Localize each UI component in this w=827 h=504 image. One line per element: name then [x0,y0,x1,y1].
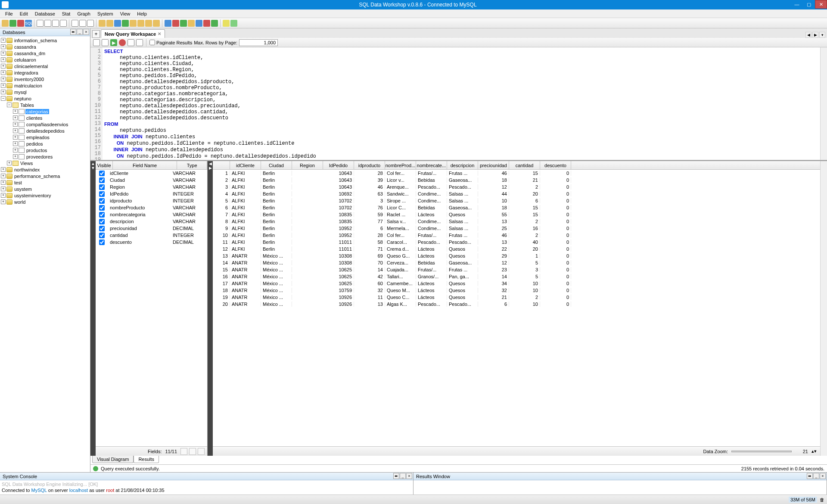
chart2-icon[interactable] [106,20,113,27]
chart4-icon[interactable] [122,20,129,27]
tree-node-empleados[interactable]: +empleados [1,134,89,140]
panel-dock-icon[interactable]: ⬌ [70,29,76,35]
chart5-icon[interactable] [130,20,137,27]
ff-icon1[interactable] [180,448,187,455]
field-visible-checkbox[interactable] [99,198,105,204]
tree-node-compañiasdeenvios[interactable]: +compañiasdeenvios [1,121,89,128]
tree-toggle-icon[interactable]: + [1,44,6,49]
field-visible-checkbox[interactable] [99,240,105,245]
tree-toggle-icon[interactable]: + [1,70,6,75]
console-close-icon[interactable]: × [406,473,412,479]
tree-node-matriculacion[interactable]: +matriculacion [1,82,89,89]
query-tab[interactable]: New Query Workspace ✕ [101,29,165,38]
tree-toggle-icon[interactable]: − [1,96,6,101]
grid-row[interactable]: 16ANATRMéxico ...1062542Tallari...Granos… [213,273,820,280]
cut-icon[interactable] [72,20,78,27]
field-visible-checkbox[interactable] [99,212,105,218]
field-visible-checkbox[interactable] [99,233,105,238]
minimize-button[interactable]: — [791,0,803,9]
field-row[interactable]: idproductoINTEGER [96,197,207,204]
console-body[interactable]: SQL Data Workshop Engine Initializing...… [0,480,413,495]
menu-stat[interactable]: Stat [59,10,74,17]
tree-toggle-icon[interactable]: + [1,193,6,198]
close-tab-icon[interactable]: ✕ [158,31,161,36]
chart6-icon[interactable] [137,20,144,27]
tree-toggle-icon[interactable]: + [1,38,6,43]
tree-toggle-icon[interactable]: + [7,161,12,165]
g5-icon[interactable] [196,20,202,27]
splitter-handle-2[interactable]: ◀▶ [208,161,213,456]
tree-toggle-icon[interactable]: + [13,135,18,140]
g3-icon[interactable] [180,20,187,27]
database-tree[interactable]: +information_schema+cassandra+cassandra_… [0,36,90,472]
field-visible-checkbox[interactable] [99,171,105,176]
grid-row[interactable]: 14ANATRMéxico ...1030870Cerveza...Bebida… [213,259,820,266]
menu-view[interactable]: View [117,10,134,17]
grid-header-cell[interactable]: IdPedido [323,161,354,169]
panel-close-icon[interactable]: × [83,29,89,35]
tree-toggle-icon[interactable]: + [1,51,6,56]
field-visible-checkbox[interactable] [99,184,105,190]
code-editor[interactable]: 12345678910111213141516171819202122 SELE… [90,47,827,160]
save-icon[interactable] [52,20,59,27]
tree-node-cassandra[interactable]: +cassandra [1,44,89,50]
tree-node-productos[interactable]: +productos [1,147,89,153]
console-min-icon[interactable]: _ [400,473,406,479]
grid-row[interactable]: 11ALFKIBerlin1101158Caracol...Pescado...… [213,239,820,246]
field-row[interactable]: cantidadINTEGER [96,232,207,239]
menu-edit[interactable]: Edit [16,10,31,17]
chart8-icon[interactable] [153,20,160,27]
field-row[interactable]: nombrecategoriaVARCHAR [96,211,207,218]
copy-icon[interactable] [79,20,86,27]
results-close-icon[interactable]: × [820,473,826,479]
grid-row[interactable]: 4ALFKIBerlin1069263Sandwic...Condime...S… [213,190,820,197]
tree-toggle-icon[interactable]: + [13,109,18,114]
maximize-button[interactable]: ▢ [803,0,815,9]
grid-row[interactable]: 6ALFKIBerlin1070276Licor C...BebidasGase… [213,204,820,211]
g7-icon[interactable] [211,20,218,27]
tree-toggle-icon[interactable]: − [7,103,12,107]
field-row[interactable]: descuentoDECIMAL [96,239,207,246]
g4-icon[interactable] [188,20,195,27]
et-icon2[interactable] [102,39,109,46]
grid-row[interactable]: 12ALFKIBerlin1101171Crema d...LácteosQue… [213,246,820,252]
tab-visual-diagram[interactable]: Visual Diagram [92,456,134,463]
field-row[interactable]: descripcionVARCHAR [96,218,207,225]
grid-scrollbar[interactable] [820,161,827,456]
results-dock-icon[interactable]: ⬌ [807,473,813,479]
grid-row[interactable]: 1ALFKIBerlin1064328Col fer...Frutas/...F… [213,170,820,177]
tree-node-categorias[interactable]: +categorias [1,108,89,115]
tree-toggle-icon[interactable]: + [1,64,6,68]
menu-file[interactable]: File [2,10,16,17]
tree-toggle-icon[interactable]: + [13,115,18,120]
tree-toggle-icon[interactable]: + [13,148,18,152]
tree-node-information_schema[interactable]: +information_schema [1,37,89,44]
tree-node-test[interactable]: +test [1,179,89,186]
stop-icon[interactable] [119,39,126,46]
run-icon[interactable]: ▶ [110,39,117,46]
tree-toggle-icon[interactable]: + [1,57,6,62]
chart7-icon[interactable] [145,20,152,27]
grid-header-cell[interactable]: descripcion [447,161,478,169]
tree-node-Views[interactable]: +Views [1,160,89,166]
field-visible-checkbox[interactable] [99,219,105,224]
grid-row[interactable]: 2ALFKIBerlin1064339Licor v...BebidasGase… [213,177,820,184]
tree-node-detallesdepedidos[interactable]: +detallesdepedidos [1,128,89,134]
g2-icon[interactable] [172,20,179,27]
tree-node-world[interactable]: +world [1,199,89,205]
grid-header-cell[interactable]: Ciudad [261,161,292,169]
tree-toggle-icon[interactable]: + [13,141,18,146]
console-dock-icon[interactable]: ⬌ [393,473,399,479]
tree-node-clinicaelemental[interactable]: +clinicaelemental [1,63,89,69]
grid-row[interactable]: 10ALFKIBerlin1095228Col fer...Frutas/...… [213,232,820,239]
g6-icon[interactable] [203,20,210,27]
chart3-icon[interactable] [114,20,121,27]
close-button[interactable]: ✕ [815,0,827,9]
tree-node-celulaaron[interactable]: +celulaaron [1,56,89,63]
tree-node-usysteminventory[interactable]: +usysteminventory [1,192,89,199]
tree-toggle-icon[interactable]: + [1,90,6,94]
ff-icon3[interactable] [198,448,205,455]
grid-header-cell[interactable]: cantidad [509,161,540,169]
tree-node-mysql[interactable]: +mysql [1,89,89,95]
tree-node-neptuno[interactable]: −neptuno [1,95,89,102]
